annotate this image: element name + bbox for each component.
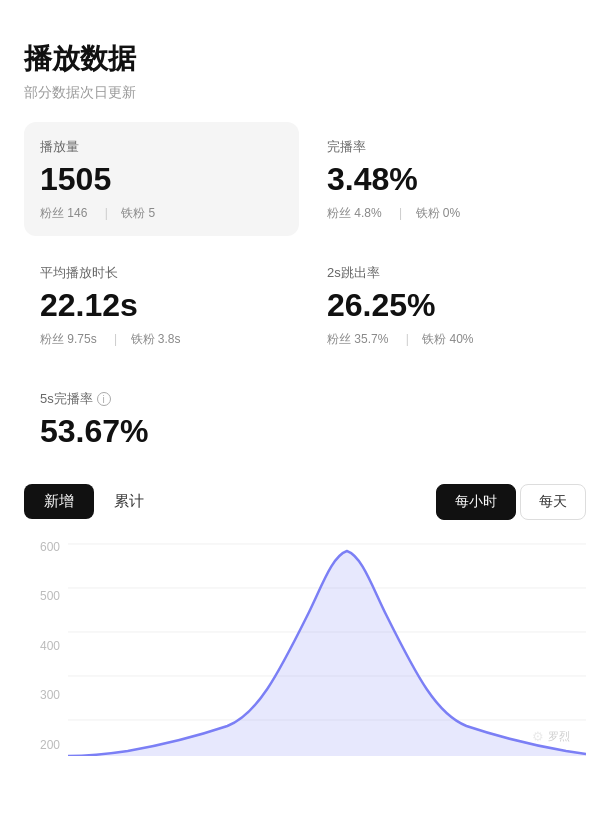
tabs-right: 每小时 每天 — [436, 484, 586, 520]
y-label-400: 400 — [24, 639, 60, 653]
metric-sub-bounce: 粉丝 35.7% | 铁粉 40% — [327, 331, 570, 348]
chart-area: 600 500 400 300 200 ⚙ 罗烈 — [24, 536, 586, 756]
chart-y-labels: 600 500 400 300 200 — [24, 536, 60, 756]
tabs-row: 新增 累计 每小时 每天 — [24, 484, 586, 520]
metric-sub-completion: 粉丝 4.8% | 铁粉 0% — [327, 205, 570, 222]
metric-value-completion: 3.48% — [327, 162, 570, 197]
metrics-grid: 播放量 1505 粉丝 146 | 铁粉 5 完播率 3.48% 粉丝 4.8%… — [24, 122, 586, 472]
metric-value-5s: 53.67% — [40, 414, 570, 449]
page-container: 播放数据 部分数据次日更新 播放量 1505 粉丝 146 | 铁粉 5 完播率… — [0, 0, 610, 756]
metric-label-avg: 平均播放时长 — [40, 264, 283, 282]
page-subtitle: 部分数据次日更新 — [24, 84, 586, 102]
metric-label-bounce: 2s跳出率 — [327, 264, 570, 282]
metric-sub-play: 粉丝 146 | 铁粉 5 — [40, 205, 283, 222]
watermark-text: 罗烈 — [548, 729, 570, 744]
watermark-icon: ⚙ — [532, 729, 544, 744]
info-icon-5s[interactable]: i — [97, 392, 111, 406]
metric-value-play: 1505 — [40, 162, 283, 197]
metric-label-5s: 5s完播率 i — [40, 390, 570, 408]
tab-hourly[interactable]: 每小时 — [436, 484, 516, 520]
chart-area-fill — [68, 551, 586, 756]
watermark: ⚙ 罗烈 — [532, 729, 570, 744]
y-label-500: 500 — [24, 589, 60, 603]
metric-avg-duration: 平均播放时长 22.12s 粉丝 9.75s | 铁粉 3.8s — [24, 248, 299, 362]
metric-bounce-2s: 2s跳出率 26.25% 粉丝 35.7% | 铁粉 40% — [311, 248, 586, 362]
metric-sub-avg: 粉丝 9.75s | 铁粉 3.8s — [40, 331, 283, 348]
tab-daily[interactable]: 每天 — [520, 484, 586, 520]
tabs-left: 新增 累计 — [24, 484, 164, 519]
tab-new[interactable]: 新增 — [24, 484, 94, 519]
tab-cumulative[interactable]: 累计 — [94, 484, 164, 519]
y-label-300: 300 — [24, 688, 60, 702]
metric-value-avg: 22.12s — [40, 288, 283, 323]
chart-svg — [68, 536, 586, 756]
metric-label-play: 播放量 — [40, 138, 283, 156]
y-label-200: 200 — [24, 738, 60, 752]
metric-completion-5s: 5s完播率 i 53.67% — [24, 374, 586, 471]
metric-label-completion: 完播率 — [327, 138, 570, 156]
page-title: 播放数据 — [24, 40, 586, 78]
metric-completion: 完播率 3.48% 粉丝 4.8% | 铁粉 0% — [311, 122, 586, 236]
chart-svg-container — [68, 536, 586, 756]
metric-play-count: 播放量 1505 粉丝 146 | 铁粉 5 — [24, 122, 299, 236]
y-label-600: 600 — [24, 540, 60, 554]
metric-value-bounce: 26.25% — [327, 288, 570, 323]
